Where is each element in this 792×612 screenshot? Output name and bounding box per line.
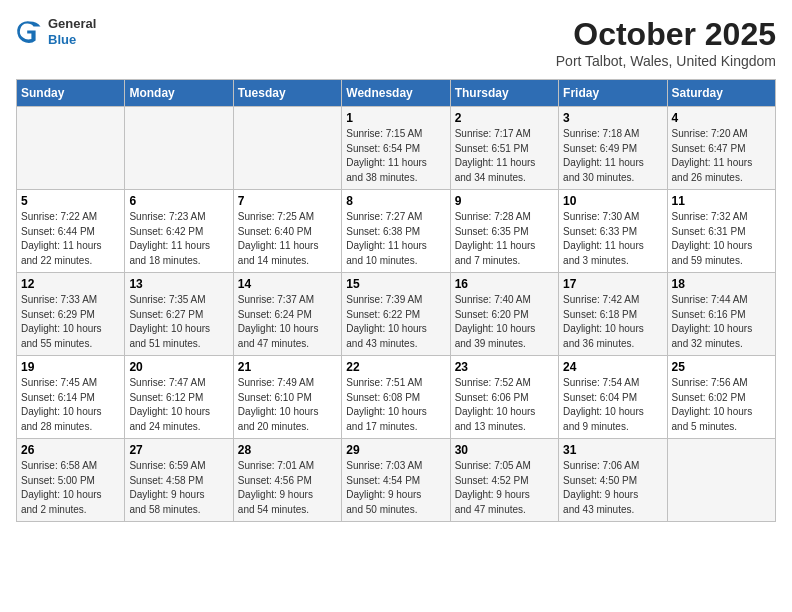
calendar-cell: 31Sunrise: 7:06 AMSunset: 4:50 PMDayligh… [559,439,667,522]
day-info: Sunrise: 7:15 AMSunset: 6:54 PMDaylight:… [346,127,445,185]
day-number: 19 [21,360,120,374]
day-info: Sunrise: 7:54 AMSunset: 6:04 PMDaylight:… [563,376,662,434]
calendar-cell: 5Sunrise: 7:22 AMSunset: 6:44 PMDaylight… [17,190,125,273]
day-number: 2 [455,111,554,125]
day-number: 31 [563,443,662,457]
day-info: Sunrise: 7:27 AMSunset: 6:38 PMDaylight:… [346,210,445,268]
calendar-week-2: 5Sunrise: 7:22 AMSunset: 6:44 PMDaylight… [17,190,776,273]
calendar-cell: 6Sunrise: 7:23 AMSunset: 6:42 PMDaylight… [125,190,233,273]
calendar-cell: 19Sunrise: 7:45 AMSunset: 6:14 PMDayligh… [17,356,125,439]
calendar-cell: 2Sunrise: 7:17 AMSunset: 6:51 PMDaylight… [450,107,558,190]
day-info: Sunrise: 7:56 AMSunset: 6:02 PMDaylight:… [672,376,771,434]
calendar-cell: 22Sunrise: 7:51 AMSunset: 6:08 PMDayligh… [342,356,450,439]
day-number: 27 [129,443,228,457]
day-info: Sunrise: 7:03 AMSunset: 4:54 PMDaylight:… [346,459,445,517]
day-number: 17 [563,277,662,291]
day-info: Sunrise: 7:45 AMSunset: 6:14 PMDaylight:… [21,376,120,434]
calendar-cell: 16Sunrise: 7:40 AMSunset: 6:20 PMDayligh… [450,273,558,356]
day-number: 14 [238,277,337,291]
day-number: 30 [455,443,554,457]
logo: General Blue [16,16,96,47]
logo-blue: Blue [48,32,96,48]
header-sunday: Sunday [17,80,125,107]
day-number: 15 [346,277,445,291]
day-info: Sunrise: 7:01 AMSunset: 4:56 PMDaylight:… [238,459,337,517]
day-number: 10 [563,194,662,208]
day-info: Sunrise: 7:51 AMSunset: 6:08 PMDaylight:… [346,376,445,434]
header-tuesday: Tuesday [233,80,341,107]
calendar-week-5: 26Sunrise: 6:58 AMSunset: 5:00 PMDayligh… [17,439,776,522]
calendar-cell [125,107,233,190]
calendar-cell: 13Sunrise: 7:35 AMSunset: 6:27 PMDayligh… [125,273,233,356]
day-number: 3 [563,111,662,125]
calendar-subtitle: Port Talbot, Wales, United Kingdom [556,53,776,69]
calendar-cell: 28Sunrise: 7:01 AMSunset: 4:56 PMDayligh… [233,439,341,522]
day-info: Sunrise: 6:59 AMSunset: 4:58 PMDaylight:… [129,459,228,517]
day-info: Sunrise: 7:28 AMSunset: 6:35 PMDaylight:… [455,210,554,268]
day-number: 5 [21,194,120,208]
calendar-cell [667,439,775,522]
day-number: 1 [346,111,445,125]
day-number: 26 [21,443,120,457]
day-number: 11 [672,194,771,208]
logo-text: General Blue [48,16,96,47]
day-number: 12 [21,277,120,291]
header-saturday: Saturday [667,80,775,107]
day-info: Sunrise: 7:42 AMSunset: 6:18 PMDaylight:… [563,293,662,351]
calendar-cell: 9Sunrise: 7:28 AMSunset: 6:35 PMDaylight… [450,190,558,273]
day-number: 18 [672,277,771,291]
day-info: Sunrise: 6:58 AMSunset: 5:00 PMDaylight:… [21,459,120,517]
calendar-cell: 23Sunrise: 7:52 AMSunset: 6:06 PMDayligh… [450,356,558,439]
header-friday: Friday [559,80,667,107]
day-info: Sunrise: 7:05 AMSunset: 4:52 PMDaylight:… [455,459,554,517]
day-number: 22 [346,360,445,374]
day-number: 9 [455,194,554,208]
calendar-cell: 21Sunrise: 7:49 AMSunset: 6:10 PMDayligh… [233,356,341,439]
day-info: Sunrise: 7:22 AMSunset: 6:44 PMDaylight:… [21,210,120,268]
day-number: 25 [672,360,771,374]
calendar-cell: 24Sunrise: 7:54 AMSunset: 6:04 PMDayligh… [559,356,667,439]
calendar-cell: 7Sunrise: 7:25 AMSunset: 6:40 PMDaylight… [233,190,341,273]
calendar-cell [17,107,125,190]
day-info: Sunrise: 7:20 AMSunset: 6:47 PMDaylight:… [672,127,771,185]
calendar-cell: 8Sunrise: 7:27 AMSunset: 6:38 PMDaylight… [342,190,450,273]
calendar-table: Sunday Monday Tuesday Wednesday Thursday… [16,79,776,522]
day-number: 13 [129,277,228,291]
day-info: Sunrise: 7:25 AMSunset: 6:40 PMDaylight:… [238,210,337,268]
calendar-cell: 26Sunrise: 6:58 AMSunset: 5:00 PMDayligh… [17,439,125,522]
calendar-cell: 14Sunrise: 7:37 AMSunset: 6:24 PMDayligh… [233,273,341,356]
calendar-week-4: 19Sunrise: 7:45 AMSunset: 6:14 PMDayligh… [17,356,776,439]
calendar-cell: 25Sunrise: 7:56 AMSunset: 6:02 PMDayligh… [667,356,775,439]
header-thursday: Thursday [450,80,558,107]
calendar-cell: 10Sunrise: 7:30 AMSunset: 6:33 PMDayligh… [559,190,667,273]
calendar-title: October 2025 [556,16,776,53]
day-info: Sunrise: 7:52 AMSunset: 6:06 PMDaylight:… [455,376,554,434]
day-info: Sunrise: 7:39 AMSunset: 6:22 PMDaylight:… [346,293,445,351]
day-info: Sunrise: 7:06 AMSunset: 4:50 PMDaylight:… [563,459,662,517]
calendar-cell: 27Sunrise: 6:59 AMSunset: 4:58 PMDayligh… [125,439,233,522]
calendar-cell: 29Sunrise: 7:03 AMSunset: 4:54 PMDayligh… [342,439,450,522]
title-area: October 2025 Port Talbot, Wales, United … [556,16,776,69]
day-info: Sunrise: 7:40 AMSunset: 6:20 PMDaylight:… [455,293,554,351]
day-number: 8 [346,194,445,208]
day-info: Sunrise: 7:32 AMSunset: 6:31 PMDaylight:… [672,210,771,268]
day-number: 20 [129,360,228,374]
day-info: Sunrise: 7:44 AMSunset: 6:16 PMDaylight:… [672,293,771,351]
day-number: 28 [238,443,337,457]
calendar-cell: 20Sunrise: 7:47 AMSunset: 6:12 PMDayligh… [125,356,233,439]
logo-icon [16,18,44,46]
day-info: Sunrise: 7:47 AMSunset: 6:12 PMDaylight:… [129,376,228,434]
header-monday: Monday [125,80,233,107]
calendar-cell [233,107,341,190]
header: General Blue October 2025 Port Talbot, W… [16,16,776,69]
calendar-cell: 4Sunrise: 7:20 AMSunset: 6:47 PMDaylight… [667,107,775,190]
day-number: 7 [238,194,337,208]
day-number: 16 [455,277,554,291]
day-info: Sunrise: 7:35 AMSunset: 6:27 PMDaylight:… [129,293,228,351]
calendar-cell: 18Sunrise: 7:44 AMSunset: 6:16 PMDayligh… [667,273,775,356]
day-info: Sunrise: 7:33 AMSunset: 6:29 PMDaylight:… [21,293,120,351]
day-number: 4 [672,111,771,125]
calendar-cell: 17Sunrise: 7:42 AMSunset: 6:18 PMDayligh… [559,273,667,356]
day-number: 6 [129,194,228,208]
day-number: 21 [238,360,337,374]
